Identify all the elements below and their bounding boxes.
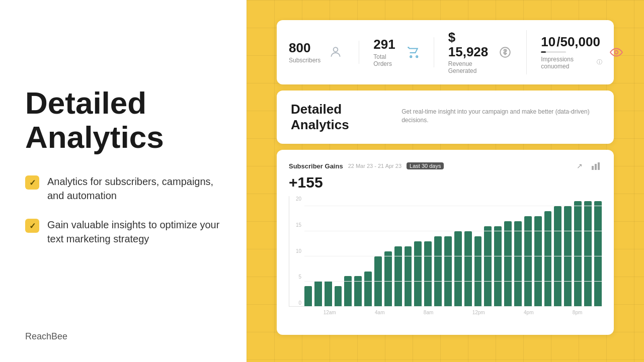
subscribers-value: 800 [289, 41, 320, 55]
svg-point-2 [416, 56, 418, 57]
subscribers-info: 800 Subscribers [289, 41, 320, 64]
orders-label: Total Orders [373, 53, 399, 67]
left-panel: Detailed Analytics Analytics for subscri… [0, 0, 247, 362]
x-label: 4am [375, 310, 384, 315]
orders-value: 291 [373, 37, 399, 52]
svg-rect-5 [592, 166, 594, 170]
svg-point-0 [334, 47, 338, 52]
person-icon [327, 43, 345, 61]
dashboard-container: 800 Subscribers 291 Total Orders [277, 20, 614, 335]
bar-chart: 0 5 10 15 20 12am4am8am12pm4pm8pm [289, 196, 602, 327]
analytics-title: Detailed Analytics [291, 102, 393, 133]
revenue-value: $ 15,928 [448, 30, 492, 59]
grid-line [304, 281, 602, 282]
chart-title-section: Subscriber Gains 22 Mar 23 - 21 Apr 23 L… [289, 162, 444, 170]
brand-name: ReachBee [25, 331, 67, 342]
expand-icon[interactable]: ↗ [574, 160, 586, 172]
y-label: 5 [289, 274, 301, 280]
x-label: 4pm [524, 310, 533, 315]
cart-icon [406, 43, 420, 61]
check-icon [25, 175, 39, 190]
analytics-subtitle: Get real-time insight into your campaign… [401, 108, 600, 125]
money-icon [498, 43, 512, 61]
impressions-info: 10 /50,000 Impressions conuomed ⓘ [541, 35, 602, 70]
revenue-stat: $ 15,928 Revenue Generated [448, 30, 527, 74]
y-label: 20 [289, 196, 301, 202]
impressions-stat: 10 /50,000 Impressions conuomed ⓘ [541, 35, 638, 70]
features-list: Analytics for subscribers, campaigns, an… [25, 174, 221, 246]
x-label: 12am [324, 310, 336, 315]
chart-badge: Last 30 days [407, 162, 444, 169]
x-axis-labels: 12am4am8am12pm4pm8pm [289, 310, 602, 315]
grid-line [304, 231, 602, 231]
main-title: Detailed Analytics [25, 86, 221, 154]
revenue-info: $ 15,928 Revenue Generated [448, 30, 492, 74]
chart-date-range: 22 Mar 23 - 21 Apr 23 [348, 163, 401, 169]
impressions-progress-fill [541, 51, 546, 53]
chart-card: Subscriber Gains 22 Mar 23 - 21 Apr 23 L… [277, 150, 614, 335]
grid-line [304, 306, 602, 307]
info-icon: ⓘ [597, 58, 602, 66]
svg-rect-6 [595, 164, 597, 170]
right-panel: 800 Subscribers 291 Total Orders [247, 0, 644, 362]
subscribers-stat: 800 Subscribers [289, 41, 359, 64]
chart-title: Subscriber Gains [289, 162, 343, 170]
x-label: 8am [424, 310, 433, 315]
stats-card: 800 Subscribers 291 Total Orders [277, 20, 614, 84]
list-item: Analytics for subscribers, campaigns, an… [25, 174, 221, 203]
chart-total: +155 [289, 174, 602, 191]
impressions-progress-bar [541, 51, 566, 53]
feature-text: Analytics for subscribers, campaigns, an… [47, 174, 221, 203]
y-axis: 0 5 10 15 20 [289, 196, 301, 307]
eye-icon [608, 43, 624, 61]
bar-chart-icon[interactable] [590, 160, 602, 172]
analytics-header-inner: Detailed Analytics Get real-time insight… [291, 102, 600, 133]
orders-info: 291 Total Orders [373, 37, 399, 67]
check-icon [25, 219, 39, 233]
feature-text: Gain valuable insights to optimize your … [47, 218, 221, 246]
bar-chart-inner: 0 5 10 15 20 [289, 196, 602, 307]
y-label: 10 [289, 248, 301, 254]
chart-header: Subscriber Gains 22 Mar 23 - 21 Apr 23 L… [289, 160, 602, 172]
grid-line [304, 256, 602, 256]
svg-point-1 [410, 56, 412, 57]
svg-point-4 [615, 51, 618, 54]
svg-rect-7 [598, 162, 600, 170]
y-label: 0 [289, 300, 301, 306]
grid-line [304, 206, 602, 206]
revenue-label: Revenue Generated [448, 60, 492, 74]
y-label: 15 [289, 222, 301, 228]
impressions-label: Impressions conuomed [541, 56, 595, 70]
analytics-header-card: Detailed Analytics Get real-time insight… [277, 90, 614, 144]
list-item: Gain valuable insights to optimize your … [25, 218, 221, 246]
impressions-value: 10 [541, 35, 555, 49]
impressions-subvalue: /50,000 [556, 35, 600, 49]
grid-lines [304, 196, 602, 307]
x-label: 8pm [573, 310, 582, 315]
orders-stat: 291 Total Orders [373, 37, 434, 67]
x-label: 12pm [472, 310, 485, 315]
subscribers-label: Subscribers [289, 57, 320, 64]
chart-icon-group: ↗ [574, 160, 602, 172]
